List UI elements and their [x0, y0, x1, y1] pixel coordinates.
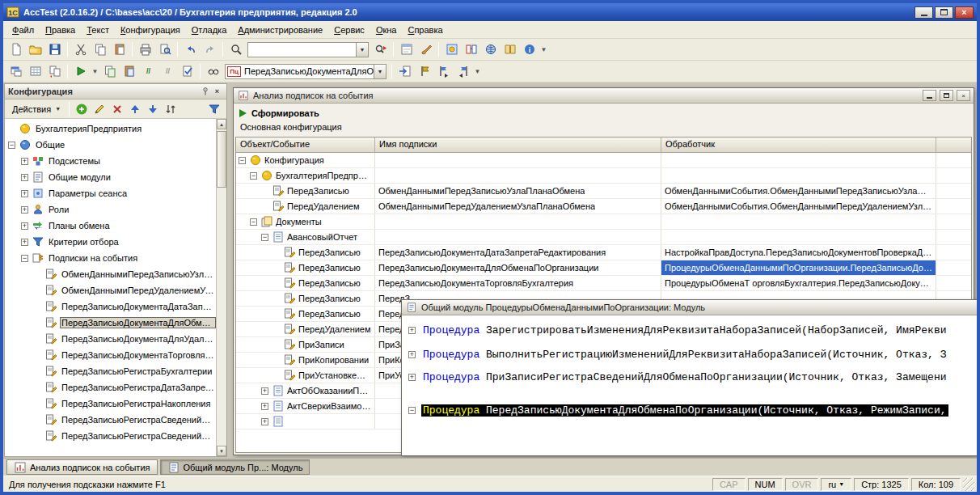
move-down-button[interactable]: [144, 101, 161, 117]
paste-button[interactable]: [110, 40, 129, 58]
delete-item-button[interactable]: [108, 101, 125, 117]
move-up-button[interactable]: [126, 101, 143, 117]
menu-debug[interactable]: Отладка: [186, 23, 233, 37]
grid-row[interactable]: −Документы: [236, 214, 971, 230]
menu-file[interactable]: Файл: [6, 23, 40, 37]
scrollbar-track[interactable]: [217, 129, 226, 446]
copy-button[interactable]: [91, 40, 109, 58]
tree-item[interactable]: ПередЗаписьюДокументаДатаЗапретаРедактир…: [5, 298, 216, 315]
expand-icon[interactable]: +: [21, 174, 28, 181]
collapse-group-icon[interactable]: −: [408, 407, 416, 414]
expand-icon[interactable]: +: [21, 222, 28, 230]
file-compare-button[interactable]: [45, 62, 64, 80]
tree-item[interactable]: ПередЗаписьюРегистраСведенийДляОбмена: [5, 428, 216, 444]
ovr-indicator[interactable]: OVR: [785, 478, 819, 491]
grid-row[interactable]: ПередЗаписьюПередЗаписьюДокументаТорговл…: [236, 276, 971, 291]
code-line[interactable]: +Процедура ПриЗаписиРегистраСведенийДляО…: [408, 370, 977, 384]
code-editor[interactable]: +Процедура ЗарегистрироватьИзмененияДляР…: [402, 315, 977, 455]
expand-icon[interactable]: +: [21, 206, 28, 214]
procedure-combo[interactable]: ПцПередЗаписьюДокументаДляО▼: [225, 64, 387, 79]
find-button[interactable]: [226, 40, 245, 58]
new-file-button[interactable]: [6, 40, 25, 58]
tree-item[interactable]: +Критерии отбора: [5, 234, 216, 250]
print-preview-button[interactable]: [155, 40, 174, 58]
tree-item[interactable]: ПередЗаписьюРегистраБухгалтерии: [5, 363, 216, 379]
expand-icon[interactable]: +: [21, 158, 28, 165]
tree-item[interactable]: БухгалтерияПредприятия: [5, 121, 216, 137]
line-indicator[interactable]: Стр: 1325: [854, 478, 909, 491]
redo-button[interactable]: [201, 40, 219, 58]
tree-item[interactable]: −Подписки на события: [5, 250, 216, 266]
grid-row[interactable]: ПередЗаписьюПередЗаписьюДокументаДляОбме…: [236, 260, 971, 276]
table-doc-button[interactable]: [26, 62, 44, 80]
expand-icon[interactable]: +: [21, 190, 28, 197]
expand-group-icon[interactable]: +: [408, 327, 416, 334]
tree-item[interactable]: −Общие: [5, 137, 216, 153]
expand-icon[interactable]: +: [261, 387, 268, 395]
format-painter-button[interactable]: [416, 40, 435, 58]
tab-analysis[interactable]: Анализ подписок на события: [6, 459, 158, 475]
child-minimize-button[interactable]: [923, 90, 936, 101]
column-indicator[interactable]: Кол: 109: [911, 478, 961, 491]
tree-item[interactable]: ПередЗаписьюРегистраНакопления: [5, 396, 216, 412]
toolbar-overflow-chevron[interactable]: ▼: [539, 40, 548, 58]
chevron-down-icon[interactable]: ▼: [356, 43, 368, 57]
grid-row[interactable]: −Конфигурация: [236, 153, 971, 168]
scrollbar-thumb[interactable]: [217, 131, 226, 188]
panel-close-icon[interactable]: ×: [211, 86, 223, 97]
search-combo[interactable]: ▼: [247, 42, 369, 57]
toolbar-overflow-chevron[interactable]: ▼: [473, 62, 482, 80]
grid-row[interactable]: ПередЗаписьюОбменДаннымиПередЗаписьюУзла…: [236, 184, 971, 199]
configuration-check-button[interactable]: [442, 40, 461, 58]
tree-item[interactable]: ПередЗаписьюДокументаДляОбменаПоОрганиза…: [5, 315, 216, 331]
column-header[interactable]: Обработчик: [661, 138, 936, 152]
open-folder-button[interactable]: [26, 40, 44, 58]
cut-button[interactable]: [71, 40, 90, 58]
language-indicator[interactable]: ru▼: [821, 478, 851, 491]
expand-icon[interactable]: +: [21, 239, 28, 246]
tree-item[interactable]: ПередЗаписьюДокументаДляУдаленияРегистра…: [5, 331, 216, 347]
menu-tools[interactable]: Сервис: [328, 23, 370, 37]
expand-icon[interactable]: +: [261, 403, 268, 410]
menu-text[interactable]: Текст: [81, 23, 115, 37]
actions-button[interactable]: Действия ▼: [7, 101, 65, 117]
tree-item[interactable]: ПередЗаписьюРегистраДатаЗапретаРедактиро…: [5, 379, 216, 396]
collapse-icon[interactable]: −: [8, 142, 15, 149]
web-client-button[interactable]: [481, 40, 500, 58]
new-window-button[interactable]: [6, 62, 25, 80]
info-button[interactable]: i: [520, 40, 539, 58]
code-line[interactable]: +Процедура ВыполнитьРегистрациюИзменений…: [408, 348, 977, 362]
menu-windows[interactable]: Окна: [370, 23, 403, 37]
bookmark-button[interactable]: [415, 62, 433, 80]
scroll-down-icon[interactable]: ▼: [217, 446, 226, 456]
code-line[interactable]: +Процедура ЗарегистрироватьИзмененияДляР…: [408, 324, 977, 337]
tab-module[interactable]: Общий модуль Пр...: Модуль: [160, 459, 310, 475]
child-maximize-button[interactable]: [940, 90, 953, 101]
maximize-button[interactable]: [935, 6, 953, 19]
tree-item[interactable]: ПередЗаписьюРегистраСведенийДатаЗапрета: [5, 412, 216, 428]
analysis-window-titlebar[interactable]: Анализ подписок на события ×: [234, 88, 974, 104]
column-header[interactable]: Объект/Событие: [236, 138, 375, 152]
menu-configuration[interactable]: Конфигурация: [115, 23, 186, 37]
goto-line-button[interactable]: [395, 62, 414, 80]
toolbar-overflow-chevron[interactable]: ▼: [91, 62, 99, 80]
tree-item[interactable]: +Роли: [5, 201, 216, 218]
pin-icon[interactable]: [199, 86, 211, 97]
module-window-titlebar[interactable]: Общий модуль ПроцедурыОбменаДаннымиПоОрг…: [402, 300, 977, 315]
grid-row[interactable]: −БухгалтерияПредприятия: [236, 168, 971, 184]
chevron-down-icon[interactable]: ▼: [374, 65, 386, 78]
child-close-button[interactable]: ×: [957, 90, 970, 101]
collapse-icon[interactable]: −: [261, 234, 268, 241]
expand-icon[interactable]: +: [261, 418, 268, 425]
run-debug-button[interactable]: [71, 62, 90, 80]
prev-bookmark-button[interactable]: [454, 62, 472, 80]
scroll-up-icon[interactable]: ▲: [217, 119, 226, 129]
resize-grip[interactable]: [963, 478, 974, 491]
cap-indicator[interactable]: CAP: [712, 478, 746, 491]
expand-group-icon[interactable]: +: [408, 374, 416, 381]
print-button[interactable]: [136, 40, 154, 58]
grid-row[interactable]: ПередУдалениемОбменДаннымиПередУдалением…: [236, 199, 971, 214]
edit-item-button[interactable]: [91, 101, 108, 117]
column-header[interactable]: Имя подписки: [375, 138, 661, 152]
tree-item[interactable]: +Планы обмена: [5, 218, 216, 234]
